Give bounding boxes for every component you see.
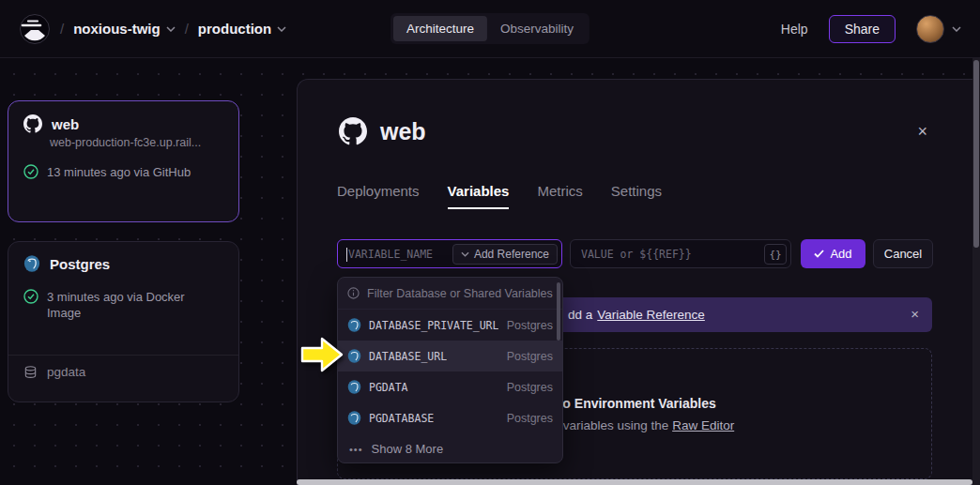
vertical-scrollbar[interactable] <box>972 58 980 485</box>
chevron-down-icon <box>952 26 961 32</box>
dropdown-item-database-url[interactable]: DATABASE_URL Postgres <box>338 341 562 371</box>
volume-disk-icon <box>23 365 38 379</box>
variable-source: Postgres <box>507 319 553 332</box>
environment-name: production <box>198 21 271 37</box>
railway-logo[interactable] <box>19 13 51 45</box>
environment-selector[interactable]: production <box>198 21 286 37</box>
cancel-button[interactable]: Cancel <box>873 239 933 268</box>
postgres-icon <box>347 411 361 425</box>
volume-name: pgdata <box>47 365 85 379</box>
scrollbar-thumb[interactable] <box>973 60 979 248</box>
variable-name: DATABASE_URL <box>369 350 447 363</box>
service-status: 13 minutes ago via GitHub <box>47 164 191 180</box>
variable-source: Postgres <box>507 381 553 394</box>
service-domain: web-production-fc3e.up.rail... <box>50 136 223 149</box>
volume-row-pgdata[interactable]: pgdata <box>8 356 238 388</box>
variable-value-field[interactable]: {} <box>570 239 791 268</box>
close-icon[interactable]: × <box>917 123 927 140</box>
tab-variables[interactable]: Variables <box>448 183 510 209</box>
tab-architecture[interactable]: Architecture <box>393 16 487 41</box>
breadcrumb-separator: / <box>60 21 64 37</box>
tab-metrics[interactable]: Metrics <box>537 183 582 209</box>
variable-reference-link[interactable]: Variable Reference <box>597 308 705 322</box>
service-detail-panel: web × Deployments Variables Metrics Sett… <box>297 79 972 485</box>
dropdown-filter[interactable]: Filter Database or Shared Variables <box>338 278 562 310</box>
dropdown-scrollbar[interactable] <box>557 282 560 341</box>
postgres-icon <box>347 318 361 332</box>
variable-source: Postgres <box>507 350 553 363</box>
check-icon <box>814 250 824 258</box>
railway-dashboard: / noxious-twig / production Architecture… <box>0 0 980 485</box>
success-check-icon <box>23 289 38 304</box>
service-card-postgres[interactable]: Postgres 3 minutes ago via Docker Image … <box>8 241 239 402</box>
postgres-icon <box>347 349 361 363</box>
panel-tabs: Deployments Variables Metrics Settings <box>337 183 662 209</box>
service-name: web <box>52 116 79 132</box>
dropdown-filter-text: Filter Database or Shared Variables <box>367 287 553 300</box>
add-button-label: Add <box>830 247 851 261</box>
banner-text: dd a <box>568 308 592 322</box>
add-reference-button[interactable]: Add Reference <box>452 244 558 265</box>
variable-name: PGDATA <box>369 381 408 394</box>
postgres-icon <box>347 380 361 394</box>
navbar-right: Help Share <box>781 15 961 43</box>
view-switcher: Architecture Observability <box>390 13 590 44</box>
project-selector[interactable]: noxious-twig <box>73 21 176 37</box>
insert-reference-icon[interactable]: {} <box>764 244 787 265</box>
github-icon <box>23 114 42 133</box>
variable-value-input[interactable] <box>571 240 790 267</box>
avatar <box>916 15 944 43</box>
tab-deployments[interactable]: Deployments <box>337 183 420 209</box>
dropdown-item-pgdatabase[interactable]: PGDATABASE Postgres <box>338 402 562 433</box>
variable-name-field[interactable]: Add Reference <box>337 239 562 268</box>
service-name: Postgres <box>50 256 110 272</box>
project-name: noxious-twig <box>73 21 161 37</box>
success-check-icon <box>23 164 38 179</box>
variable-reference-dropdown: Filter Database or Shared Variables DATA… <box>337 277 563 463</box>
panel-title: web <box>380 118 426 145</box>
info-icon <box>347 287 360 299</box>
raw-editor-link[interactable]: Raw Editor <box>672 418 734 432</box>
chevron-down-icon <box>277 26 286 32</box>
help-link[interactable]: Help <box>781 22 808 37</box>
variable-name: DATABASE_PRIVATE_URL <box>369 319 498 332</box>
dropdown-item-database-private-url[interactable]: DATABASE_PRIVATE_URL Postgres <box>338 310 562 341</box>
show-more-label: Show 8 More <box>372 442 444 456</box>
service-card-web[interactable]: web web-production-fc3e.up.rail... 13 mi… <box>8 100 239 222</box>
dropdown-item-pgdata[interactable]: PGDATA Postgres <box>338 371 562 402</box>
add-button[interactable]: Add <box>801 239 865 268</box>
horizontal-scrollbar[interactable] <box>297 479 972 485</box>
variable-source: Postgres <box>507 412 553 425</box>
variable-name: PGDATABASE <box>369 412 434 425</box>
github-icon <box>339 117 367 145</box>
chevron-down-icon <box>166 26 176 32</box>
service-status: 3 minutes ago via Docker Image <box>47 289 202 321</box>
breadcrumb-separator: / <box>185 21 189 37</box>
share-button[interactable]: Share <box>829 15 896 43</box>
banner-close-icon[interactable]: × <box>911 306 919 322</box>
ellipsis-icon: ••• <box>349 444 363 455</box>
postgres-icon <box>23 255 40 272</box>
chevron-down-icon <box>461 251 469 257</box>
tab-settings[interactable]: Settings <box>611 183 662 209</box>
show-more-button[interactable]: ••• Show 8 More <box>338 433 562 463</box>
top-navbar: / noxious-twig / production Architecture… <box>0 0 980 58</box>
user-menu[interactable] <box>916 15 961 43</box>
add-reference-label: Add Reference <box>474 248 549 261</box>
tab-observability[interactable]: Observability <box>487 16 587 41</box>
